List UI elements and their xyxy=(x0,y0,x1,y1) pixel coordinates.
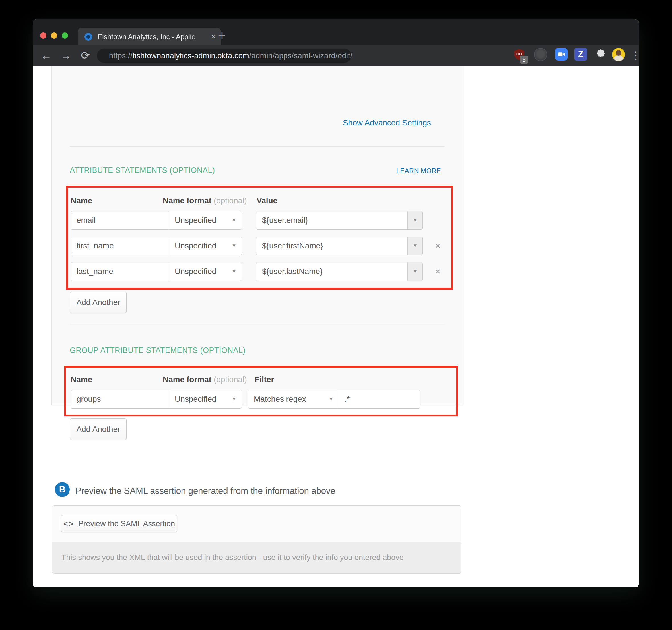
attribute-row: Unspecified ▼ xyxy=(71,211,242,230)
chevron-down-icon: ▼ xyxy=(232,396,236,402)
attr-name-input[interactable] xyxy=(71,262,169,281)
forward-icon[interactable]: → xyxy=(59,48,73,62)
attr-name-format-select[interactable]: Unspecified ▼ xyxy=(169,211,242,229)
add-another-button[interactable]: Add Another xyxy=(70,419,127,440)
avatar-head xyxy=(616,50,621,56)
close-tab-icon[interactable]: × xyxy=(211,32,216,41)
column-header-filter: Filter xyxy=(255,375,274,384)
z-extension-icon[interactable]: Z xyxy=(574,48,587,60)
divider xyxy=(70,325,445,325)
code-brackets-icon: <> xyxy=(64,520,74,528)
url-text: https://fishtownanalytics-admin.okta.com… xyxy=(109,51,353,60)
browser-window: Fishtown Analytics, Inc - Applic × + ← →… xyxy=(33,19,639,587)
password-extension-icon[interactable] xyxy=(534,48,547,61)
chevron-down-icon: ▼ xyxy=(413,269,418,274)
attr-name-input[interactable] xyxy=(71,211,169,229)
attr-value-input[interactable] xyxy=(256,237,407,255)
attribute-statements-title: ATTRIBUTE STATEMENTS (OPTIONAL) xyxy=(70,166,215,175)
delete-row-icon[interactable]: × xyxy=(435,267,441,276)
value-dropdown-button[interactable]: ▼ xyxy=(407,211,423,229)
back-icon[interactable]: ← xyxy=(39,48,53,62)
attribute-row-value: ▼ xyxy=(256,262,423,281)
ublock-extension-icon[interactable]: uO 5 xyxy=(513,48,526,62)
show-advanced-settings-link[interactable]: Show Advanced Settings xyxy=(343,118,431,127)
group-filter-row: Matches regex ▼ xyxy=(248,390,420,408)
group-name-input[interactable] xyxy=(71,390,169,408)
okta-favicon-icon xyxy=(85,33,92,41)
minimize-window-button[interactable] xyxy=(51,32,57,39)
step-b-badge: B xyxy=(55,482,70,497)
preview-section-heading: Preview the SAML assertion generated fro… xyxy=(75,486,335,496)
chevron-down-icon: ▼ xyxy=(232,243,236,249)
delete-row-icon[interactable]: × xyxy=(435,241,441,250)
chevron-down-icon: ▼ xyxy=(329,396,333,402)
attr-name-format-select[interactable]: Unspecified ▼ xyxy=(169,237,242,255)
value-dropdown-button[interactable]: ▼ xyxy=(407,237,423,255)
attr-name-format-select[interactable]: Unspecified ▼ xyxy=(169,262,242,281)
chevron-down-icon: ▼ xyxy=(413,243,418,249)
column-header-name: Name xyxy=(71,196,92,205)
ublock-badge: 5 xyxy=(520,56,528,64)
add-another-button[interactable]: Add Another xyxy=(70,292,127,313)
attribute-row: Unspecified ▼ xyxy=(71,262,242,281)
attr-value-input[interactable] xyxy=(256,262,407,281)
column-header-name-format: Name format (optional) xyxy=(163,375,247,384)
value-dropdown-button[interactable]: ▼ xyxy=(407,262,423,281)
attr-name-input[interactable] xyxy=(71,237,169,255)
filter-type-select[interactable]: Matches regex ▼ xyxy=(248,390,339,408)
browser-tab[interactable]: Fishtown Analytics, Inc - Applic × xyxy=(78,28,221,46)
extensions-puzzle-icon[interactable] xyxy=(594,48,606,62)
filter-value-input[interactable] xyxy=(339,390,420,408)
profile-avatar[interactable] xyxy=(612,48,625,61)
reload-icon[interactable]: ⟳ xyxy=(78,48,93,62)
close-window-button[interactable] xyxy=(40,32,46,39)
attribute-row-value: ▼ xyxy=(256,236,423,255)
divider xyxy=(70,146,445,147)
attr-value-input[interactable] xyxy=(256,211,407,229)
preview-note-text: This shows you the XML that will be used… xyxy=(62,553,404,562)
tab-strip: Fishtown Analytics, Inc - Applic × + xyxy=(33,19,639,46)
preview-saml-assertion-button[interactable]: <> Preview the SAML Assertion xyxy=(61,515,177,532)
column-header-value: Value xyxy=(257,196,278,205)
group-name-format-select[interactable]: Unspecified ▼ xyxy=(169,390,242,408)
page-content: Show Advanced Settings ATTRIBUTE STATEME… xyxy=(33,66,639,587)
learn-more-link[interactable]: LEARN MORE xyxy=(396,167,441,175)
chevron-down-icon: ▼ xyxy=(413,218,418,223)
zoom-window-button[interactable] xyxy=(62,32,68,39)
chevron-down-icon: ▼ xyxy=(232,218,236,223)
video-camera-icon xyxy=(557,50,566,58)
chevron-down-icon: ▼ xyxy=(232,269,236,274)
attribute-row-value: ▼ xyxy=(256,211,423,230)
address-bar[interactable]: https://fishtownanalytics-admin.okta.com… xyxy=(97,49,351,63)
browser-toolbar: ← → ⟳ https://fishtownanalytics-admin.ok… xyxy=(33,46,639,66)
group-attribute-statements-title: GROUP ATTRIBUTE STATEMENTS (OPTIONAL) xyxy=(70,346,245,355)
tab-title: Fishtown Analytics, Inc - Applic xyxy=(98,33,209,41)
browser-menu-icon[interactable]: ⋮ xyxy=(631,49,639,62)
preview-note-footer: This shows you the XML that will be used… xyxy=(52,542,461,574)
group-attribute-row: Unspecified ▼ xyxy=(71,390,242,408)
attribute-row: Unspecified ▼ xyxy=(71,236,242,255)
column-header-name: Name xyxy=(71,375,92,384)
column-header-name-format: Name format (optional) xyxy=(163,196,247,205)
zoom-extension-icon[interactable] xyxy=(555,48,568,60)
new-tab-button[interactable]: + xyxy=(218,29,226,42)
